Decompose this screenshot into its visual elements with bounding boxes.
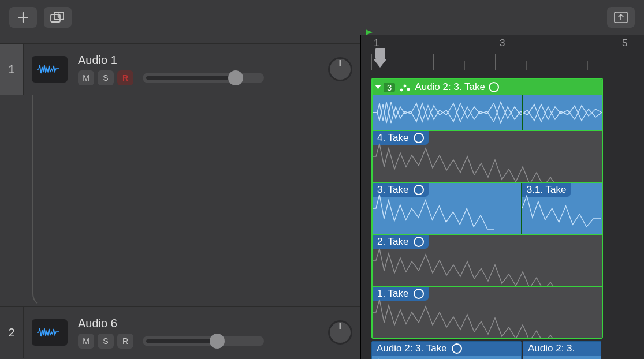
- svg-point-3: [400, 89, 403, 92]
- catch-playhead-button[interactable]: [607, 7, 635, 28]
- track-header-1[interactable]: 1 Audio 1 M S R: [0, 43, 360, 95]
- track-name[interactable]: Audio 6: [78, 317, 321, 330]
- ruler-number: 1: [374, 38, 379, 49]
- waveform: [523, 354, 601, 359]
- track-number: 2: [0, 307, 24, 358]
- take-row[interactable]: 4. Take: [373, 130, 602, 182]
- svg-point-5: [407, 88, 410, 91]
- track-number: 1: [0, 44, 24, 95]
- loop-indicator-icon: [489, 82, 499, 92]
- audio-region[interactable]: Audio 2: 3. Take: [371, 341, 522, 359]
- pan-knob[interactable]: [328, 57, 352, 81]
- main: 1 Audio 1 M S R: [0, 35, 644, 359]
- disclosure-triangle-icon[interactable]: [375, 85, 381, 89]
- track-info: Audio 1 M S R: [78, 54, 321, 85]
- cycle-start-marker[interactable]: [364, 28, 374, 39]
- waveform: [372, 354, 521, 359]
- record-enable-button[interactable]: R: [117, 70, 133, 85]
- duplicate-track-button[interactable]: [44, 7, 72, 28]
- waveform: [373, 131, 602, 182]
- volume-knob[interactable]: [210, 334, 225, 349]
- take-row[interactable]: 1. Take: [373, 286, 602, 338]
- loop-indicator-icon: [452, 343, 462, 354]
- solo-button[interactable]: S: [98, 70, 114, 85]
- arrange-area[interactable]: 1 3 5: [360, 35, 644, 359]
- volume-slider[interactable]: [143, 73, 264, 83]
- svg-point-4: [404, 85, 407, 88]
- mute-button[interactable]: M: [78, 334, 94, 349]
- plus-icon: [18, 12, 28, 23]
- toolbar: [0, 0, 644, 35]
- waveform-icon: [36, 62, 63, 76]
- quick-swipe-icon[interactable]: [399, 83, 411, 92]
- mute-button[interactable]: M: [78, 70, 94, 85]
- take-row[interactable]: 3. Take 3.1. Take: [373, 182, 602, 234]
- record-enable-button[interactable]: R: [117, 334, 133, 349]
- app-root: 1 Audio 1 M S R: [0, 0, 644, 359]
- waveform: [373, 183, 521, 234]
- waveform: [373, 235, 602, 286]
- audio-region[interactable]: Audio 2: 3.: [523, 341, 601, 359]
- volume-knob[interactable]: [228, 70, 243, 85]
- waveform: [522, 183, 602, 234]
- take-folder-header[interactable]: 3 Audio 2: 3. Take: [373, 79, 602, 95]
- track-info: Audio 6 M S R: [78, 317, 321, 349]
- playhead[interactable]: [374, 49, 386, 68]
- track-controls: M S R: [78, 70, 321, 85]
- solo-button[interactable]: S: [98, 334, 114, 349]
- track-name[interactable]: Audio 1: [78, 54, 321, 67]
- waveform: [373, 95, 602, 130]
- take-count-badge: 3: [384, 83, 395, 92]
- track-header-2[interactable]: 2 Audio 6 M S R: [0, 306, 360, 358]
- track-icon-chip[interactable]: [32, 319, 68, 346]
- volume-slider[interactable]: [143, 336, 264, 346]
- take-folder-region[interactable]: 3 Audio 2: 3. Take 4. Take: [371, 78, 603, 339]
- take-folder-title: Audio 2: 3. Take: [415, 81, 485, 93]
- ruler-number: 5: [622, 38, 627, 49]
- ruler-number: 3: [500, 38, 505, 49]
- comp-split-line[interactable]: [522, 95, 523, 130]
- waveform: [373, 287, 602, 338]
- arrow-into-box-icon: [614, 12, 628, 23]
- track-controls: M S R: [78, 334, 321, 349]
- region-label: Audio 2: 3. Take: [372, 342, 521, 356]
- pan-knob[interactable]: [328, 320, 352, 345]
- track-icon-chip[interactable]: [32, 56, 68, 83]
- waveform-icon: [36, 326, 63, 339]
- track-list: 1 Audio 1 M S R: [0, 35, 360, 359]
- region-label: Audio 2: 3.: [523, 342, 601, 356]
- timeline-ruler[interactable]: 1 3 5: [361, 35, 644, 70]
- comp-region[interactable]: [373, 95, 602, 130]
- take-lanes-placeholder: [0, 95, 360, 306]
- track2-regions: Audio 2: 3. Take Audio 2: 3.: [371, 341, 601, 359]
- add-track-button[interactable]: [9, 7, 37, 28]
- take-row[interactable]: 2. Take: [373, 234, 602, 286]
- duplicate-icon: [50, 12, 65, 23]
